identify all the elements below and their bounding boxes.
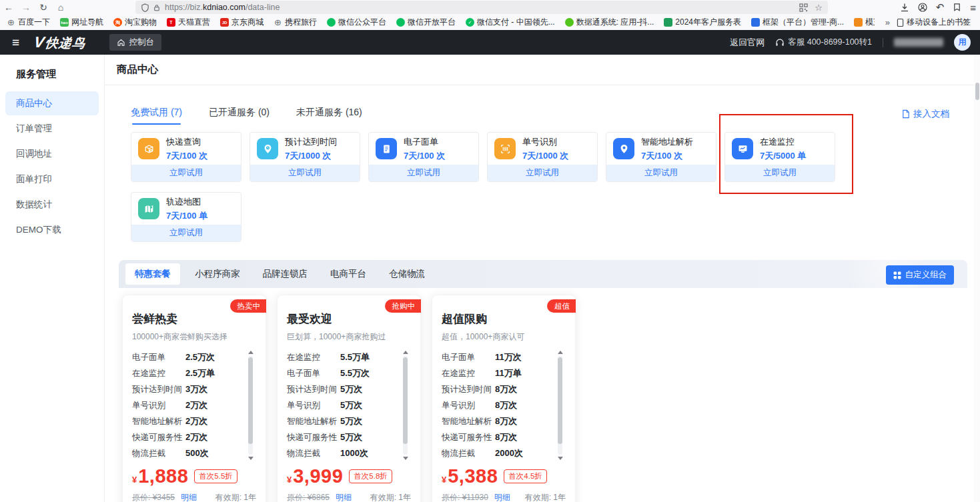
service-name: 预计达到时间 xyxy=(285,136,337,148)
package-tab-warehouse-logistics[interactable]: 仓储物流 xyxy=(389,268,425,280)
scroll-down-icon[interactable] xyxy=(248,457,254,460)
package-tab-special-offer[interactable]: 特惠套餐 xyxy=(125,263,180,285)
bookmark-item[interactable]: T天猫直营 xyxy=(167,17,210,28)
bookmark-item[interactable]: 框架（平台）管理-商... xyxy=(751,17,844,28)
bookmark-item[interactable]: hao网址导航 xyxy=(60,17,103,28)
bookmark-item[interactable]: 2024年客户服务表 xyxy=(664,17,741,28)
try-now-button[interactable]: 立即试用 xyxy=(131,225,241,241)
plan-list-scrollbar[interactable] xyxy=(401,351,410,460)
plan-item-value: 2000次 xyxy=(495,447,523,459)
back-icon[interactable]: ← xyxy=(0,2,17,13)
package-tab-ecommerce[interactable]: 电商平台 xyxy=(330,268,366,280)
console-button[interactable]: 控制台 xyxy=(109,34,161,51)
bookmark-item[interactable]: ✓微信支付 - 中国领先... xyxy=(466,17,555,28)
plan-subtitle: 超值，10000+商家认可 xyxy=(442,331,566,343)
bookmark-item[interactable]: 数据通系统: 应用-抖... xyxy=(565,17,654,28)
package-tab-brand-chain[interactable]: 品牌连锁店 xyxy=(263,268,308,280)
plan-title: 最受欢迎 xyxy=(287,311,411,327)
try-now-button[interactable]: 立即试用 xyxy=(488,165,597,181)
package-tab-mini-program[interactable]: 小程序商家 xyxy=(195,268,240,280)
plan-item-label: 电子面单 xyxy=(442,352,495,363)
site-favicon: 淘 xyxy=(113,18,122,27)
bookmark-label: 微信公众平台 xyxy=(338,17,386,28)
sidebar-item-order-management[interactable]: 订单管理 xyxy=(0,117,104,141)
plan-item-value: 8万次 xyxy=(495,399,517,411)
logo-text: 快递鸟 xyxy=(44,35,87,52)
plan-card-popular: 抢购中 最受欢迎 巨划算，10000+商家抢购过 在途监控5.5万单 电子面单5… xyxy=(277,295,421,502)
try-now-button[interactable]: 立即试用 xyxy=(369,165,478,181)
plan-item-value: 5万次 xyxy=(340,383,362,395)
sidebar-item-demo-download[interactable]: DEMO下载 xyxy=(0,218,104,242)
bookmark-label: 天猫直营 xyxy=(178,17,210,28)
back-to-official-site-link[interactable]: 返回官网 xyxy=(730,37,765,49)
plan-item-label: 智能地址解析 xyxy=(442,416,495,427)
service-quota: 7天/100 单 xyxy=(166,210,207,222)
account-icon[interactable] xyxy=(918,3,927,12)
kdniao-logo[interactable]: V快递鸟 xyxy=(33,33,87,52)
price-amount: 3,999 xyxy=(293,465,343,487)
bookmarks-overflow-chevron[interactable]: » xyxy=(885,17,890,27)
sidebar-item-product-center[interactable]: 商品中心 xyxy=(5,91,99,115)
map-icon xyxy=(138,198,159,219)
browser-toolbar: ← → ↻ ⌂ https://biz.kdniao.com/data-line… xyxy=(0,0,980,15)
reload-icon[interactable]: ↻ xyxy=(35,2,52,13)
plan-item-value: 2万次 xyxy=(185,399,207,411)
bookmark-item[interactable]: 微信开放平台 xyxy=(396,17,456,28)
scroll-down-icon[interactable] xyxy=(558,457,563,460)
sidebar-item-waybill-print[interactable]: 面单打印 xyxy=(0,167,104,191)
bookmark-star-icon[interactable]: ☆ xyxy=(815,3,823,13)
home-icon[interactable]: ⌂ xyxy=(52,2,69,13)
custom-combo-button[interactable]: 自定义组合 xyxy=(886,265,955,285)
tab-unopened-services[interactable]: 未开通服务 (16) xyxy=(296,107,362,125)
main-content: 商品中心 免费试用 (7) 已开通服务 (0) 未开通服务 (16) 接入文档 … xyxy=(105,55,980,502)
qr-code-icon[interactable] xyxy=(799,3,808,12)
wechat-favicon xyxy=(396,18,405,27)
tab-free-trial[interactable]: 免费试用 (7) xyxy=(131,107,182,125)
integration-docs-label: 接入文档 xyxy=(913,108,949,120)
address-bar[interactable]: https://biz.kdniao.com/data-line ☆ xyxy=(135,1,828,14)
try-now-button[interactable]: 立即试用 xyxy=(606,165,716,181)
mobile-bookmarks[interactable]: 移动设备上的书签 xyxy=(897,17,971,28)
downloads-icon[interactable] xyxy=(900,3,909,12)
detail-link[interactable]: 明细 xyxy=(336,492,352,502)
bookmark-item[interactable]: JD京东商城 xyxy=(220,17,264,28)
plan-item-label: 在途监控 xyxy=(442,368,495,379)
sidebar-item-callback-address[interactable]: 回调地址 xyxy=(0,142,104,166)
menu-icon[interactable]: ≡ xyxy=(970,2,976,13)
try-now-button[interactable]: 立即试用 xyxy=(250,165,360,181)
page-scrollbar[interactable] xyxy=(974,55,980,502)
sidebar-toggle-icon[interactable]: ≡ xyxy=(12,35,19,50)
scroll-up-icon[interactable] xyxy=(558,351,563,354)
plan-item-value: 1000次 xyxy=(340,447,368,459)
plan-item-value: 11万单 xyxy=(495,367,522,379)
bookmark-item[interactable]: 模王系统准备资料 - P... xyxy=(854,17,875,28)
bookmark-item[interactable]: ⊕携程旅行 xyxy=(274,17,317,28)
try-now-button[interactable]: 立即试用 xyxy=(725,165,835,181)
tab-opened-services[interactable]: 已开通服务 (0) xyxy=(209,107,270,125)
document-icon xyxy=(901,109,910,119)
integration-docs-link[interactable]: 接入文档 xyxy=(901,108,949,120)
plan-item: 智能地址解析8万次 xyxy=(442,413,551,429)
avatar[interactable]: 用 xyxy=(954,34,971,51)
plan-item-label: 快递可服务性 xyxy=(442,432,495,443)
forward-icon[interactable]: → xyxy=(17,2,35,13)
scroll-up-icon[interactable] xyxy=(403,351,408,354)
sidebar-item-data-statistics[interactable]: 数据统计 xyxy=(0,193,104,217)
bookmark-item[interactable]: 微信公众平台 xyxy=(327,17,386,28)
scroll-down-icon[interactable] xyxy=(403,457,408,460)
detail-link[interactable]: 明细 xyxy=(181,492,197,502)
extensions-icon[interactable] xyxy=(953,3,961,12)
globe-favicon: ⊕ xyxy=(274,18,282,27)
detail-link[interactable]: 明细 xyxy=(494,492,510,502)
plan-item-value: 2万次 xyxy=(185,431,207,443)
plan-list-scrollbar[interactable] xyxy=(246,351,255,460)
bookmark-item[interactable]: ⊕百度一下 xyxy=(7,17,50,28)
custom-combo-label: 自定义组合 xyxy=(905,269,947,281)
bookmark-item[interactable]: 淘淘宝购物 xyxy=(113,17,157,28)
try-now-button[interactable]: 立即试用 xyxy=(131,165,241,181)
service-quota: 7天/1000 次 xyxy=(285,150,337,162)
scrollbar-thumb[interactable] xyxy=(975,83,979,100)
scroll-up-icon[interactable] xyxy=(248,351,254,354)
plan-list-scrollbar[interactable] xyxy=(556,351,564,460)
undo-arrow-icon[interactable]: ↶ xyxy=(936,1,945,13)
